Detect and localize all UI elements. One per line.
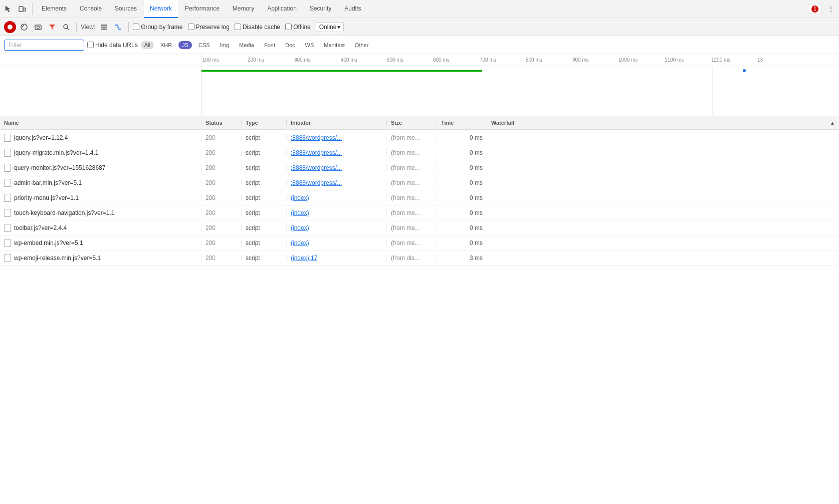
waterfall-view-icon[interactable] [112, 21, 124, 33]
row-initiator-0[interactable]: :8888/wordpress/... [287, 134, 387, 141]
column-header-waterfall[interactable]: Waterfall ▲ [487, 120, 839, 126]
filter-input[interactable] [4, 40, 84, 51]
svg-rect-10 [101, 27, 107, 28]
filter-xhr-button[interactable]: XHR [157, 41, 175, 49]
table-row[interactable]: touch-keyboard-navigation.js?ver=1.1 200… [0, 205, 839, 220]
error-icon: 1 [811, 6, 818, 13]
row-size-7: (from me... [387, 239, 437, 246]
file-icon [4, 134, 11, 142]
capture-screenshot-button[interactable] [32, 21, 44, 33]
column-header-name[interactable]: Name [0, 120, 201, 126]
filter-doc-button[interactable]: Doc [282, 41, 299, 49]
table-row[interactable]: query-monitor.js?ver=1551628687 200 scri… [0, 160, 839, 175]
search-icon[interactable] [60, 21, 72, 33]
file-icon [4, 149, 11, 157]
group-by-frame-toggle[interactable]: Group by frame [133, 24, 182, 31]
tab-memory[interactable]: Memory [227, 0, 260, 18]
offline-checkbox[interactable] [285, 24, 292, 30]
offline-toggle[interactable]: Offline [285, 24, 310, 31]
row-status-7: 200 [201, 239, 242, 246]
more-options-icon[interactable]: ⋮ [825, 3, 837, 15]
error-badge[interactable]: 1 [808, 4, 822, 14]
network-timeline-bar [201, 70, 482, 72]
table-row[interactable]: admin-bar.min.js?ver=5.1 200 script :888… [0, 175, 839, 190]
table-row[interactable]: priority-menu.js?ver=1.1 200 script (ind… [0, 190, 839, 205]
row-status-8: 200 [201, 255, 242, 262]
stop-recording-button[interactable] [18, 21, 30, 33]
row-initiator-5[interactable]: (index) [287, 209, 387, 216]
domcontentloaded-line [713, 66, 713, 116]
row-time-5: 0 ms [437, 209, 487, 216]
timeline-chart [0, 66, 839, 116]
tab-audits[interactable]: Audits [338, 0, 367, 18]
row-initiator-3[interactable]: :8888/wordpress/... [287, 179, 387, 186]
column-header-status[interactable]: Status [201, 120, 242, 126]
row-initiator-8[interactable]: (index):17 [287, 255, 387, 262]
preserve-log-checkbox[interactable] [188, 24, 194, 30]
record-button[interactable] [4, 21, 16, 33]
tab-security[interactable]: Security [304, 0, 337, 18]
column-header-time[interactable]: Time [437, 120, 487, 126]
row-time-3: 0 ms [437, 179, 487, 186]
tab-elements[interactable]: Elements [36, 0, 73, 18]
row-initiator-6[interactable]: (index) [287, 224, 387, 231]
column-header-type[interactable]: Type [242, 120, 287, 126]
tick-1200ms: 1200 ms [711, 57, 730, 63]
tick-200ms: 200 ms [248, 57, 264, 63]
row-size-8: (from dis... [387, 255, 437, 262]
filter-media-button[interactable]: Media [236, 41, 258, 49]
row-time-1: 0 ms [437, 149, 487, 156]
tab-network[interactable]: Network [144, 0, 178, 18]
hide-data-urls-toggle[interactable]: Hide data URLs [87, 42, 138, 49]
row-initiator-4[interactable]: (index) [287, 194, 387, 201]
view-label: View: [81, 24, 95, 31]
chart-left [0, 66, 201, 116]
filter-ws-button[interactable]: WS [302, 41, 318, 49]
tab-sources[interactable]: Sources [109, 0, 143, 18]
ruler-ticks: 100 ms 200 ms 300 ms 400 ms 500 ms 600 m… [201, 54, 839, 66]
table-row[interactable]: toolbar.js?ver=2.4.4 200 script (index) … [0, 220, 839, 235]
file-icon [4, 224, 11, 232]
cursor-icon[interactable] [2, 3, 14, 15]
file-icon [4, 254, 11, 262]
tab-performance[interactable]: Performance [179, 0, 226, 18]
row-size-6: (from me... [387, 224, 437, 231]
group-by-frame-checkbox[interactable] [133, 24, 139, 30]
row-initiator-2[interactable]: :8888/wordpress/... [287, 164, 387, 171]
row-time-8: 3 ms [437, 255, 487, 262]
filter-css-button[interactable]: CSS [195, 41, 214, 49]
file-icon [4, 179, 11, 187]
row-initiator-7[interactable]: (index) [287, 239, 387, 246]
filter-font-button[interactable]: Font [261, 41, 279, 49]
throttle-select[interactable]: Online ▾ [316, 22, 344, 32]
svg-point-2 [8, 25, 13, 30]
filter-icon[interactable] [46, 21, 58, 33]
column-header-size[interactable]: Size [387, 120, 437, 126]
filter-all-button[interactable]: All [141, 41, 154, 49]
svg-rect-11 [101, 29, 107, 30]
row-name-7: wp-embed.min.js?ver=5.1 [0, 239, 201, 247]
disable-cache-checkbox[interactable] [235, 24, 241, 30]
filter-other-button[interactable]: Other [351, 41, 372, 49]
table-row[interactable]: wp-embed.min.js?ver=5.1 200 script (inde… [0, 235, 839, 250]
tab-console[interactable]: Console [74, 0, 108, 18]
filter-img-button[interactable]: Img [217, 41, 233, 49]
device-toggle-icon[interactable] [16, 3, 28, 15]
column-header-initiator[interactable]: Initiator [287, 120, 387, 126]
row-time-4: 0 ms [437, 194, 487, 201]
tab-application[interactable]: Application [261, 0, 303, 18]
hide-data-urls-checkbox[interactable] [87, 42, 94, 48]
row-initiator-1[interactable]: :8888/wordpress/... [287, 149, 387, 156]
table-row[interactable]: wp-emoji-release.min.js?ver=5.1 200 scri… [0, 250, 839, 266]
filter-js-button[interactable]: JS [178, 41, 192, 49]
preserve-log-toggle[interactable]: Preserve log [188, 24, 230, 31]
table-header: Name Status Type Initiator Size Time Wat… [0, 116, 839, 130]
row-status-0: 200 [201, 134, 242, 141]
table-row[interactable]: jquery.js?ver=1.12.4 200 script :8888/wo… [0, 130, 839, 145]
list-view-icon[interactable] [98, 21, 110, 33]
filter-manifest-button[interactable]: Manifest [320, 41, 348, 49]
disable-cache-toggle[interactable]: Disable cache [235, 24, 280, 31]
table-row[interactable]: jquery-migrate.min.js?ver=1.4.1 200 scri… [0, 145, 839, 160]
tick-700ms: 700 ms [480, 57, 496, 63]
sort-arrow-icon: ▲ [830, 120, 835, 126]
